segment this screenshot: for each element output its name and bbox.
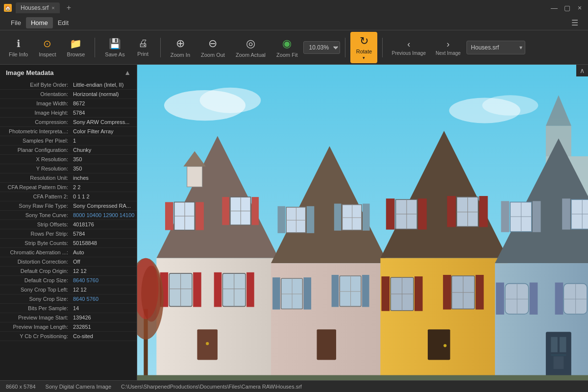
- print-button[interactable]: 🖨 Print: [131, 35, 155, 60]
- svg-rect-82: [495, 263, 588, 380]
- menu-home[interactable]: Home: [26, 17, 53, 28]
- svg-rect-75: [381, 276, 390, 311]
- metadata-label: Distortion Correction:: [0, 257, 71, 266]
- file-select-wrap[interactable]: Houses.srf: [466, 41, 525, 54]
- browse-button[interactable]: 📁 Browse: [62, 35, 90, 60]
- metadata-value: inches: [71, 173, 137, 182]
- separator-4: [382, 38, 383, 57]
- metadata-value: Sony Compressed RA...: [71, 201, 137, 210]
- svg-rect-15: [230, 211, 251, 211]
- rotate-dropdown-icon: ▾: [363, 55, 365, 60]
- menu-bar: File Home Edit ☰: [0, 16, 588, 30]
- metadata-row: CFA Repeat Pattern Dim:2 2: [0, 183, 137, 192]
- separator-1: [95, 38, 95, 57]
- metadata-label: Default Crop Size:: [0, 276, 71, 285]
- svg-rect-28: [214, 272, 222, 307]
- save-as-label: Save As: [105, 51, 124, 57]
- collapse-panel-button[interactable]: ∧: [576, 65, 588, 76]
- zoom-fit-label: Zoom Fit: [276, 52, 297, 58]
- svg-rect-27: [193, 272, 201, 307]
- metadata-label: Sony Crop Top Left:: [0, 285, 71, 294]
- zoom-actual-label: Zoom Actual: [236, 52, 266, 58]
- metadata-value: Color Filter Array: [71, 127, 137, 136]
- sidebar-scroll-up[interactable]: ▲: [124, 69, 131, 76]
- hamburger-menu[interactable]: ☰: [567, 16, 582, 29]
- metadata-value: Co-sited: [71, 332, 137, 341]
- rotate-label: Rotate: [356, 49, 372, 54]
- metadata-value: Auto: [71, 248, 137, 257]
- svg-point-111: [141, 266, 162, 321]
- metadata-label: Samples Per Pixel:: [0, 136, 71, 145]
- metadata-row: Sony Crop Size:8640 5760: [0, 294, 137, 304]
- metadata-row: Sony Tone Curve:8000 10400 12900 14100: [0, 211, 137, 220]
- image-dimensions: 8660 x 5784: [6, 384, 36, 390]
- metadata-row: Image Width:8672: [0, 99, 137, 108]
- metadata-label: Strip Byte Counts:: [0, 239, 71, 247]
- prev-image-button[interactable]: ‹ Previous Image: [388, 37, 429, 58]
- file-tab[interactable]: Houses.srf ×: [16, 2, 60, 13]
- metadata-label: Orientation:: [0, 90, 71, 98]
- tab-close-button[interactable]: ×: [51, 5, 54, 11]
- metadata-label: Default Crop Origin:: [0, 267, 71, 275]
- file-info-button[interactable]: ℹ File Info: [4, 35, 33, 60]
- metadata-row: Strip Byte Counts:50158848: [0, 239, 137, 248]
- svg-rect-101: [555, 283, 564, 315]
- rotate-icon: ↻: [360, 35, 368, 48]
- zoom-in-button[interactable]: ⊕ Zoom In: [166, 34, 195, 61]
- toolbar: ℹ File Info ⊙ Inspect 📁 Browse 💾 Save As…: [0, 30, 588, 65]
- new-tab-button[interactable]: +: [64, 3, 74, 12]
- svg-rect-99: [496, 283, 504, 315]
- metadata-label: Preview Image Start:: [0, 313, 71, 322]
- svg-rect-112: [137, 375, 588, 380]
- save-as-button[interactable]: 💾 Save As: [100, 35, 129, 60]
- svg-point-4: [482, 95, 538, 116]
- zoom-level-select[interactable]: 10.03%: [303, 41, 340, 54]
- svg-rect-44: [334, 204, 342, 231]
- zoom-fit-button[interactable]: ◉ Zoom Fit: [271, 34, 302, 61]
- svg-rect-76: [415, 276, 423, 311]
- metadata-row: Preview Image Start:139426: [0, 313, 137, 322]
- metadata-value: 8000 10400 12900 14100: [71, 211, 137, 220]
- metadata-value: 2 2: [71, 183, 137, 192]
- svg-rect-67: [447, 196, 456, 227]
- svg-rect-43: [307, 206, 315, 233]
- metadata-row: Y Resolution:350: [0, 164, 137, 173]
- close-button[interactable]: ×: [575, 4, 584, 12]
- zoom-out-button[interactable]: ⊖ Zoom Out: [196, 34, 230, 61]
- svg-point-80: [443, 344, 446, 347]
- file-select[interactable]: Houses.srf: [466, 41, 525, 54]
- metadata-row: Chromatic Aberration ...:Auto: [0, 248, 137, 257]
- svg-rect-25: [222, 289, 245, 289]
- save-print-group: 💾 Save As 🖨 Print: [100, 35, 155, 60]
- svg-rect-61: [396, 214, 417, 214]
- svg-rect-41: [342, 218, 361, 218]
- zoom-actual-button[interactable]: ◎ Zoom Actual: [231, 34, 270, 61]
- metadata-label: Resolution Unit:: [0, 173, 71, 182]
- menu-file[interactable]: File: [6, 17, 26, 28]
- metadata-row: Default Crop Origin:12 12: [0, 267, 137, 276]
- next-image-icon: ›: [447, 39, 450, 49]
- save-as-icon: 💾: [109, 38, 121, 49]
- metadata-title: Image Metadata: [6, 69, 54, 76]
- metadata-value: Little-endian (Intel, II): [71, 80, 137, 89]
- svg-rect-19: [252, 197, 259, 225]
- metadata-value: 1: [71, 136, 137, 145]
- svg-rect-30: [187, 167, 202, 187]
- next-image-label: Next Image: [436, 50, 461, 56]
- file-info-icon: ℹ: [17, 38, 21, 49]
- inspect-button[interactable]: ⊙ Inspect: [34, 35, 61, 60]
- metadata-row: Planar Configuration:Chunky: [0, 146, 137, 155]
- rotate-button[interactable]: ↻ Rotate ▾: [350, 32, 377, 63]
- metadata-value: Sony ARW Compress...: [71, 118, 137, 126]
- minimize-button[interactable]: —: [550, 4, 559, 12]
- metadata-row: Sony Crop Top Left:12 12: [0, 285, 137, 294]
- svg-rect-16: [165, 202, 173, 230]
- svg-rect-17: [196, 202, 204, 230]
- next-image-button[interactable]: › Next Image: [432, 37, 465, 58]
- menu-edit[interactable]: Edit: [53, 17, 74, 28]
- maximize-button[interactable]: ▢: [563, 4, 571, 12]
- svg-rect-45: [363, 204, 370, 231]
- zoom-level-wrap[interactable]: 10.03%: [303, 41, 340, 54]
- metadata-value: 12 12: [71, 285, 137, 294]
- metadata-sidebar: Image Metadata ▲ Exif Byte Order:Little-…: [0, 65, 137, 380]
